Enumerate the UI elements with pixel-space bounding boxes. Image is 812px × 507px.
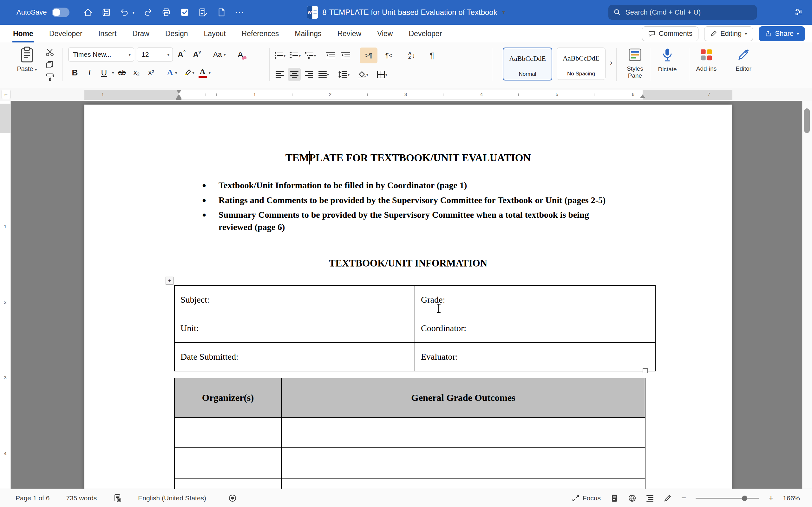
zoom-level[interactable]: 166% <box>783 494 800 502</box>
language-selector[interactable]: English (United States) <box>138 494 206 502</box>
document-edit-icon[interactable] <box>198 7 208 17</box>
cell-coordinator[interactable]: Coordinator: <box>415 314 655 343</box>
settings-sliders-icon[interactable] <box>794 7 804 18</box>
subscript-button[interactable]: x₂ <box>130 66 143 79</box>
shading-button[interactable]: ▾ <box>357 68 369 81</box>
tab-references[interactable]: References <box>234 25 287 43</box>
bold-button[interactable]: B <box>68 66 82 79</box>
styles-pane-button[interactable]: Styles Pane <box>618 48 652 79</box>
tab-design[interactable]: Design <box>157 25 196 43</box>
document-title-area[interactable]: W 8-TEMPLATE for Unit-based Evaluation o… <box>307 6 505 19</box>
styles-gallery-expand-icon[interactable]: › <box>610 58 612 67</box>
empty-cell[interactable] <box>174 479 281 489</box>
style-no-spacing[interactable]: AaBbCcDdE No Spacing <box>557 48 606 80</box>
checkbox-quick-action-icon[interactable] <box>180 7 190 17</box>
outline-view-button[interactable] <box>646 494 654 502</box>
paste-button[interactable]: Paste ▾ <box>11 46 43 72</box>
format-painter-icon[interactable] <box>44 72 55 82</box>
document-page[interactable]: TEMPLATE FOR TEXTBOOK/UNIT EVALUATION ● … <box>84 105 732 489</box>
show-paragraph-marks-button[interactable]: ¶ <box>426 49 438 62</box>
title-menu-chevron-icon[interactable]: ▾ <box>502 10 505 15</box>
undo-icon[interactable] <box>119 7 130 17</box>
align-left-button[interactable] <box>273 68 286 81</box>
cut-icon[interactable] <box>44 48 55 57</box>
empty-cell[interactable] <box>174 417 281 448</box>
copy-icon[interactable] <box>44 60 55 69</box>
style-normal[interactable]: AaBbCcDdE Normal <box>503 48 552 80</box>
tab-developer-1[interactable]: Developer <box>41 25 90 43</box>
numbered-list-button[interactable]: ▾ <box>289 49 301 62</box>
web-layout-view-button[interactable] <box>628 494 636 502</box>
cell-date-submitted[interactable]: Date Submitted: <box>174 343 415 371</box>
right-indent-marker[interactable] <box>640 95 645 98</box>
underline-chevron-icon[interactable]: ▾ <box>112 71 114 75</box>
zoom-out-button[interactable]: − <box>681 493 686 503</box>
right-to-left-button[interactable]: ¶< <box>380 48 398 63</box>
text-effects-button[interactable]: A ▾ <box>165 66 179 79</box>
cell-subject[interactable]: Subject: <box>174 285 415 314</box>
document-canvas[interactable]: 1 2 3 4 TEMPLATE FOR TEXTBOOK/UNIT EVALU… <box>0 101 812 489</box>
record-icon[interactable] <box>229 494 237 502</box>
clear-formatting-button[interactable]: A <box>234 48 247 61</box>
tab-mailings[interactable]: Mailings <box>287 25 329 43</box>
line-spacing-button[interactable]: ▾ <box>338 68 350 81</box>
shrink-font-button[interactable]: Av <box>191 48 203 61</box>
undo-menu-chevron-icon[interactable]: ▾ <box>132 10 135 14</box>
bullet-list-button[interactable]: ▾ <box>273 49 286 62</box>
first-line-indent-marker[interactable] <box>176 90 182 94</box>
align-center-button[interactable] <box>288 68 301 81</box>
vertical-scrollbar[interactable] <box>802 101 812 489</box>
autosave-toggle[interactable] <box>52 8 69 17</box>
empty-cell[interactable] <box>281 448 645 479</box>
empty-cell[interactable] <box>281 479 645 489</box>
superscript-button[interactable]: x² <box>145 66 158 79</box>
strikethrough-button[interactable]: ab <box>115 66 129 79</box>
page-indicator[interactable]: Page 1 of 6 <box>15 494 49 502</box>
editing-mode-dropdown[interactable]: Editing ▾ <box>704 26 753 41</box>
cell-grade[interactable]: Grade: <box>415 285 655 314</box>
new-document-icon[interactable] <box>216 7 226 17</box>
outcomes-table[interactable]: Organizer(s) General Grade Outcomes <box>174 378 646 489</box>
info-table[interactable]: Subject: Grade: Unit: Coordinator: Date … <box>174 285 656 372</box>
home-icon[interactable] <box>83 7 93 17</box>
cell-evaluator[interactable]: Evaluator: <box>415 343 655 371</box>
tab-stop-selector[interactable]: ⌐ <box>2 90 10 99</box>
table-resize-handle[interactable] <box>643 368 648 373</box>
editor-button[interactable]: Editor <box>727 48 760 72</box>
print-icon[interactable] <box>161 7 171 17</box>
cell-unit[interactable]: Unit: <box>174 314 415 343</box>
search-input[interactable] <box>625 8 752 17</box>
focus-mode-button[interactable]: Focus <box>572 494 601 502</box>
more-commands-icon[interactable]: ⋯ <box>235 8 244 17</box>
addins-button[interactable]: Add-ins <box>690 48 723 72</box>
tab-layout[interactable]: Layout <box>196 25 234 43</box>
proofing-status-icon[interactable] <box>113 494 121 502</box>
tab-developer-2[interactable]: Developer <box>401 25 450 43</box>
font-color-button[interactable]: A ▾ <box>197 66 211 79</box>
tab-draw[interactable]: Draw <box>124 25 157 43</box>
hanging-indent-marker[interactable] <box>176 95 182 98</box>
redo-icon[interactable] <box>143 7 153 17</box>
justify-button[interactable]: ▾ <box>317 68 330 81</box>
grow-font-button[interactable]: A^ <box>175 48 188 61</box>
left-to-right-button[interactable]: >¶ <box>360 48 377 63</box>
save-icon[interactable] <box>101 7 111 17</box>
borders-button[interactable]: ▾ <box>375 68 388 81</box>
empty-cell[interactable] <box>174 448 281 479</box>
word-count[interactable]: 735 words <box>66 494 97 502</box>
draft-view-button[interactable] <box>664 494 672 502</box>
change-case-button[interactable]: Aa ▾ <box>213 48 226 61</box>
empty-cell[interactable] <box>281 417 645 448</box>
sort-button[interactable]: AZ ↓ <box>405 49 418 62</box>
tab-home[interactable]: Home <box>5 25 41 43</box>
multilevel-list-button[interactable]: ▾ <box>304 49 316 62</box>
zoom-slider[interactable] <box>696 495 759 501</box>
dictate-button[interactable]: Dictate <box>651 48 684 73</box>
comments-button[interactable]: Comments <box>642 26 699 41</box>
increase-indent-button[interactable] <box>339 49 352 62</box>
font-name-dropdown[interactable]: Times New... ▾ <box>68 48 134 61</box>
tab-insert[interactable]: Insert <box>90 25 125 43</box>
search-box[interactable] <box>608 5 757 20</box>
tab-review[interactable]: Review <box>329 25 369 43</box>
highlight-color-button[interactable]: ▾ <box>183 66 195 79</box>
